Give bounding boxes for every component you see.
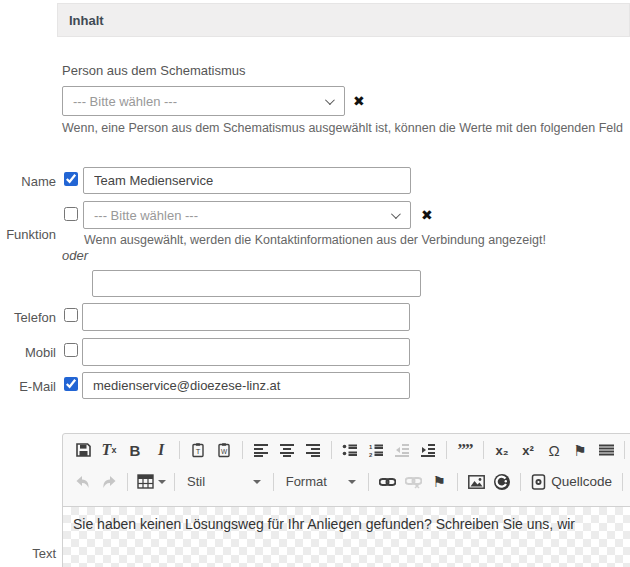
horizontal-rule-icon[interactable]: [594, 438, 618, 462]
flag-icon[interactable]: ⚑: [568, 438, 592, 462]
svg-text:T: T: [196, 447, 201, 456]
funktion-select-value: --- Bitte wählen ---: [94, 208, 198, 223]
numbered-list-icon[interactable]: 12: [364, 438, 388, 462]
paste-from-word-icon[interactable]: W: [212, 438, 236, 462]
funktion-checkbox[interactable]: [64, 207, 78, 221]
content-form-page: Inhalt Person aus dem Schematismus --- B…: [0, 0, 630, 567]
redo-icon: [97, 470, 121, 494]
toolbar-separator: [174, 473, 175, 491]
schematismus-help-text: Wenn, eine Person aus dem Schematismus a…: [62, 121, 623, 135]
editor-text: Sie haben keinen Lösungsweg für Ihr Anli…: [73, 516, 575, 532]
undo-icon: [71, 470, 95, 494]
toolbar-separator: [242, 441, 243, 459]
toolbar-separator: [624, 441, 625, 459]
toolbar-separator: [127, 473, 128, 491]
name-input[interactable]: [83, 167, 411, 194]
telefon-checkbox[interactable]: [64, 308, 78, 322]
special-character-icon[interactable]: Ω: [542, 438, 566, 462]
text-label: Text: [0, 546, 56, 561]
funktion-text-input[interactable]: [92, 270, 421, 297]
toolbar-separator: [446, 441, 447, 459]
bold-icon[interactable]: B: [123, 438, 147, 462]
outdent-icon: [390, 438, 414, 462]
chevron-down-icon: [325, 95, 335, 105]
chevron-down-icon: [158, 480, 166, 484]
toolbar-separator: [179, 441, 180, 459]
image-icon[interactable]: [464, 470, 488, 494]
section-header: Inhalt: [57, 3, 630, 37]
email-input[interactable]: [82, 372, 410, 399]
telefon-label: Telefon: [0, 310, 56, 325]
section-title: Inhalt: [58, 13, 104, 28]
email-checkbox[interactable]: [64, 377, 78, 391]
media-library-icon[interactable]: [490, 470, 514, 494]
source-code-icon: [531, 474, 546, 490]
save-icon[interactable]: [71, 438, 95, 462]
toolbar-separator: [457, 473, 458, 491]
chevron-down-icon: [348, 480, 356, 484]
align-right-icon[interactable]: [301, 438, 325, 462]
blockquote-icon[interactable]: ””: [453, 438, 477, 462]
italic-icon[interactable]: I: [149, 438, 173, 462]
email-label: E-Mail: [0, 379, 56, 394]
bullet-list-icon[interactable]: [338, 438, 362, 462]
remove-format-icon[interactable]: Tx: [97, 438, 121, 462]
svg-text:1: 1: [369, 444, 373, 450]
unlink-icon: [401, 470, 425, 494]
toolbar-separator: [622, 473, 623, 491]
schematismus-label: Person aus dem Schematismus: [62, 63, 246, 78]
schematismus-clear-button[interactable]: ✖: [353, 94, 365, 108]
name-label: Name: [0, 174, 56, 189]
superscript-icon[interactable]: x²: [516, 438, 540, 462]
schematismus-select-value: --- Bitte wählen ---: [73, 94, 177, 109]
align-center-icon[interactable]: [275, 438, 299, 462]
svg-text:2: 2: [369, 452, 373, 458]
richtext-editor: Tx B I T W: [62, 433, 630, 567]
format-dropdown[interactable]: Format: [280, 470, 363, 494]
funktion-label: Funktion: [0, 227, 56, 242]
toolbar-separator: [273, 473, 274, 491]
toolbar-separator: [368, 473, 369, 491]
mobil-checkbox[interactable]: [64, 343, 78, 357]
chevron-down-icon: [253, 480, 261, 484]
funktion-help-text: Wenn ausgewählt, werden die Kontaktinfor…: [84, 233, 546, 247]
editor-toolbar-row1: Tx B I T W: [63, 434, 630, 466]
subscript-icon[interactable]: x₂: [490, 438, 514, 462]
mobil-label: Mobil: [0, 345, 56, 360]
name-checkbox[interactable]: [64, 172, 78, 186]
schematismus-select[interactable]: --- Bitte wählen ---: [62, 86, 345, 116]
source-code-button[interactable]: Quellcode: [527, 470, 616, 494]
oder-label: oder: [62, 248, 88, 263]
telefon-input[interactable]: [82, 303, 410, 331]
align-left-icon[interactable]: [249, 438, 273, 462]
toolbar-separator: [520, 473, 521, 491]
editor-toolbar-row2: Stil Format ⚑: [63, 466, 630, 497]
anchor-flag-icon[interactable]: ⚑: [427, 470, 451, 494]
mobil-input[interactable]: [82, 338, 410, 366]
table-icon[interactable]: [134, 470, 168, 494]
link-icon[interactable]: [375, 470, 399, 494]
toolbar-separator: [483, 441, 484, 459]
svg-text:W: W: [221, 448, 228, 455]
style-dropdown[interactable]: Stil: [181, 470, 267, 494]
indent-icon[interactable]: [416, 438, 440, 462]
toolbar-separator: [331, 441, 332, 459]
chevron-down-icon: [391, 209, 401, 219]
funktion-clear-button[interactable]: ✖: [421, 208, 433, 222]
funktion-select[interactable]: --- Bitte wählen ---: [83, 201, 411, 229]
editor-content-area[interactable]: Sie haben keinen Lösungsweg für Ihr Anli…: [63, 506, 630, 567]
paste-as-text-icon[interactable]: T: [186, 438, 210, 462]
